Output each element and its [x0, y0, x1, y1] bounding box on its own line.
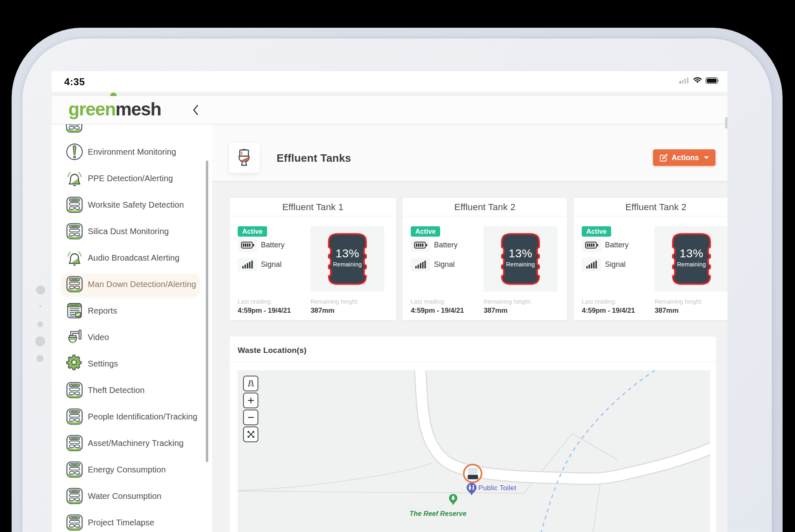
sidebar-item-ppe-detection-alerting[interactable]: PPE Detection/Alerting [52, 165, 212, 192]
bezel-dot [39, 305, 41, 307]
remaining-height-group: Remaining height: 387mm [655, 298, 703, 315]
app-header: greenmesh [52, 96, 728, 124]
gear-icon [65, 355, 84, 373]
remaining-height-value: 387mm [484, 307, 532, 315]
remaining-height-group: Remaining height: 387mm [484, 298, 532, 315]
park-pin[interactable] [448, 494, 458, 508]
main-panel: Effluent Tanks Actions Effluent Tank 1 A… [212, 124, 728, 532]
map-zoom-out-button[interactable] [243, 410, 258, 425]
signal-icon [582, 258, 601, 271]
divider [229, 362, 716, 362]
sidebar-item-theft-detection[interactable]: Theft Detection [52, 377, 212, 403]
tank-level-graphic: 13% Remaining [500, 232, 541, 286]
tank-percent-caption: Remaining [327, 261, 368, 268]
map-label-public-toilet: Public Toilet [478, 484, 516, 492]
tank-card: Effluent Tank 2 Active Battery [573, 197, 728, 321]
actions-button[interactable]: Actions [653, 149, 716, 166]
battery-icon [582, 238, 601, 252]
map-fullscreen-button[interactable] [243, 427, 258, 442]
tank-percent: 13% [327, 247, 368, 260]
actions-button-label: Actions [672, 153, 699, 162]
tank-graphic-panel: 13% Remaining [484, 226, 557, 292]
bezel-dot [36, 355, 43, 362]
last-reading-group: Last reading: 4:59pm - 19/4/21 [238, 298, 291, 315]
sidebar-scrollbar[interactable] [206, 161, 208, 462]
remaining-height-value: 387mm [311, 307, 359, 315]
tank-level-graphic: 13% Remaining [671, 232, 712, 286]
status-time: 4:35 [64, 76, 85, 88]
sidebar-item-video[interactable]: Video [52, 324, 212, 350]
device-icon [65, 124, 83, 134]
sidebar-item-environment-monitoring[interactable]: Environment Monitoring [52, 139, 212, 165]
sidebar-item-people-identification-tracking[interactable]: People Identification/Tracking [52, 403, 212, 430]
sidebar-item-reports[interactable]: Reports [52, 297, 212, 324]
tank-card-body: Active Battery [573, 216, 728, 320]
device-icon [65, 381, 84, 399]
tank-graphic-panel: 13% Remaining [311, 226, 384, 292]
signal-icon [411, 258, 430, 271]
last-reading-label: Last reading: [238, 298, 291, 305]
greenmesh-logo: greenmesh [68, 99, 161, 120]
sidebar-item-audio-broadcast-alerting[interactable]: Audio Broadcast Alerting [52, 244, 212, 271]
last-reading-value: 4:59pm - 19/4/21 [411, 307, 464, 315]
map-controls [243, 376, 258, 442]
tank-percent-caption: Remaining [500, 261, 541, 268]
battery-label: Battery [605, 238, 629, 252]
bell-icon [65, 169, 84, 187]
remaining-height-group: Remaining height: 387mm [311, 298, 359, 315]
edit-icon [660, 154, 667, 162]
signal-label: Signal [605, 258, 626, 271]
device-icon [65, 275, 84, 293]
cellular-signal-icon [679, 77, 689, 86]
sidebar-item-man-down-detection-alerting[interactable]: Man Down Detection/Alerting [52, 271, 212, 297]
sidebar-item-worksite-safety-detection[interactable]: Worksite Safety Detection [52, 192, 212, 218]
device-icon [65, 222, 84, 240]
sidebar-item-water-consumption[interactable]: Water Consumption [52, 483, 212, 509]
battery-icon [238, 238, 257, 252]
bezel-dot [36, 285, 45, 295]
tank-location-marker[interactable] [463, 464, 482, 483]
tank-percent: 13% [671, 247, 712, 260]
remaining-height-label: Remaining height: [655, 298, 703, 305]
sidebar-item-silica-dust-monitoring[interactable]: Silica Dust Monitoring [52, 218, 212, 244]
tank-percent-caption: Remaining [671, 261, 712, 268]
tank-card: Effluent Tank 1 Active Battery [229, 197, 397, 321]
map-route-button[interactable] [243, 376, 258, 391]
battery-icon [411, 238, 430, 252]
map-zoom-in-button[interactable] [243, 393, 258, 408]
bezel-dot [37, 321, 43, 327]
device-icon [65, 407, 84, 426]
device-icon [65, 487, 84, 505]
device-icon [65, 513, 84, 532]
toilet-icon [229, 143, 260, 173]
signal-icon [238, 258, 257, 271]
back-chevron-icon[interactable] [188, 103, 202, 117]
map-canvas[interactable]: Public Toilet The Reef Reserve [238, 370, 710, 532]
sidebar-item-settings[interactable]: Settings [52, 350, 212, 377]
sidebar-item-energy-consumption[interactable]: Energy Consumption [52, 456, 212, 483]
public-toilet-pin[interactable] [466, 482, 477, 497]
report-icon [65, 302, 84, 320]
device-icon [65, 196, 84, 214]
camera-icon [65, 328, 84, 346]
remaining-height-label: Remaining height: [484, 298, 532, 305]
last-reading-group: Last reading: 4:59pm - 19/4/21 [411, 298, 464, 315]
caret-down-icon [704, 156, 709, 159]
device-icon [65, 460, 84, 479]
logo-text-mesh: mesh [116, 99, 161, 119]
bezel-dot [35, 336, 45, 346]
sidebar-item-asset-machinery-tracking[interactable]: Asset/Machinery Tracking [52, 430, 212, 456]
tank-card-title: Effluent Tank 2 [402, 198, 567, 216]
map-section-title: Waste Location(s) [238, 346, 306, 355]
tablet-screen: 4:35 [52, 71, 728, 532]
status-badge: Active [411, 226, 440, 237]
last-reading-value: 4:59pm - 19/4/21 [238, 307, 291, 315]
sidebar-item-project-timelapse[interactable]: Project Timelapse [52, 509, 212, 532]
last-reading-label: Last reading: [411, 298, 464, 305]
status-badge: Active [582, 226, 611, 237]
status-badge: Active [238, 226, 267, 237]
bell-icon [65, 249, 84, 267]
tank-card-title: Effluent Tank 2 [573, 198, 728, 216]
tank-text-overlay: 13% Remaining [671, 232, 712, 286]
page-scrollbar[interactable] [725, 117, 728, 129]
